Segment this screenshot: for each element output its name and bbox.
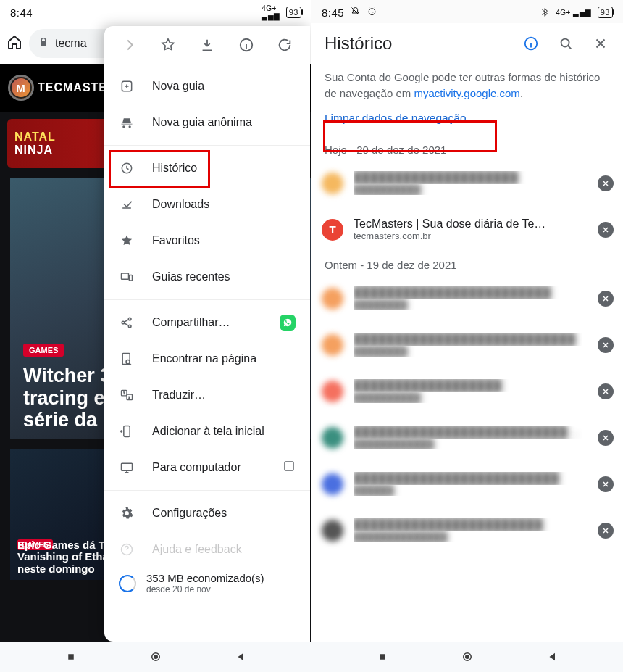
- signal-icon: 4G+▃▅▇: [262, 4, 280, 20]
- delete-entry-button[interactable]: [593, 425, 619, 451]
- recents-button[interactable]: [368, 648, 397, 665]
- svg-rect-17: [68, 654, 74, 660]
- alarm-icon: [367, 6, 377, 19]
- gear-icon: [119, 505, 135, 521]
- svg-rect-4: [122, 273, 129, 279]
- svg-rect-5: [129, 275, 132, 281]
- menu-recent-tabs[interactable]: Guias recentes: [104, 259, 310, 295]
- battery-icon: 93: [286, 7, 301, 18]
- bluetooth-icon: [540, 7, 550, 17]
- translate-icon: [119, 387, 135, 403]
- favicon: [322, 520, 343, 542]
- delete-entry-button[interactable]: [593, 332, 619, 358]
- svg-rect-13: [124, 426, 130, 437]
- reload-button[interactable]: [270, 30, 299, 59]
- favicon: [322, 381, 343, 402]
- menu-settings[interactable]: Configurações: [104, 495, 310, 531]
- favicon: [322, 173, 343, 194]
- history-date-today: Hoje - 20 de dez de 2021: [312, 138, 623, 160]
- star-icon: [119, 233, 135, 249]
- svg-point-25: [466, 655, 469, 659]
- page-title: Histórico: [319, 33, 392, 54]
- devices-icon: [119, 269, 135, 285]
- find-in-page-icon: [119, 351, 135, 367]
- favicon: [322, 288, 343, 310]
- url-text: tecma: [55, 37, 87, 50]
- status-bar: 8:45 4G+ ▃▅▇ 93: [312, 0, 623, 23]
- delete-entry-button[interactable]: [593, 286, 619, 312]
- checkbox-empty-icon: [283, 460, 296, 476]
- history-entry[interactable]: T TecMasters | Sua dose diária de Te…tec…: [312, 207, 623, 253]
- clear-browsing-data-link[interactable]: Limpar dados de navegação…: [325, 112, 477, 124]
- whatsapp-icon: [280, 315, 296, 331]
- menu-help[interactable]: Ajuda e feedback: [104, 531, 310, 568]
- menu-incognito[interactable]: Nova guia anônima: [104, 104, 310, 141]
- status-bar: 8:44 4G+▃▅▇ 93: [0, 0, 312, 23]
- back-button[interactable]: [538, 648, 567, 665]
- history-appbar: Histórico: [312, 23, 623, 64]
- delete-entry-button[interactable]: [593, 217, 619, 243]
- home-icon[interactable]: [6, 33, 23, 54]
- favicon: [322, 473, 343, 495]
- history-entry[interactable]: ████████████████████████████████: [312, 275, 623, 322]
- svg-rect-23: [380, 654, 385, 660]
- lock-icon: [38, 36, 49, 51]
- history-icon: [119, 160, 135, 176]
- menu-history[interactable]: Histórico: [104, 150, 310, 186]
- add-to-home-icon: [119, 423, 135, 439]
- delete-entry-button[interactable]: [593, 170, 619, 196]
- svg-rect-14: [122, 463, 133, 470]
- menu-downloads[interactable]: Downloads: [104, 186, 310, 223]
- status-time: 8:44: [10, 7, 33, 19]
- close-button[interactable]: [585, 28, 616, 59]
- menu-new-tab[interactable]: Nova guia: [104, 68, 310, 104]
- bookmark-star-button[interactable]: [154, 30, 183, 59]
- page-info-button[interactable]: [232, 30, 261, 59]
- svg-point-6: [122, 321, 125, 324]
- history-entry[interactable]: █████████████████████████████████████: [312, 507, 623, 554]
- desktop-icon: [119, 460, 135, 476]
- recents-button[interactable]: [57, 648, 85, 665]
- delete-entry-button[interactable]: [593, 378, 619, 405]
- menu-add-home[interactable]: Adicionar à tela inicial: [104, 413, 310, 449]
- forward-button[interactable]: [115, 30, 144, 59]
- status-time: 8:45: [322, 7, 344, 19]
- delete-entry-button[interactable]: [593, 471, 619, 497]
- info-button[interactable]: [516, 28, 546, 59]
- back-button[interactable]: [227, 648, 256, 665]
- favicon: [322, 427, 343, 449]
- android-nav-bar: [0, 642, 312, 672]
- menu-find[interactable]: Encontrar na página: [104, 341, 310, 377]
- chrome-overflow-menu: Nova guia Nova guia anônima Histórico Do…: [104, 26, 310, 642]
- home-button[interactable]: [453, 648, 482, 665]
- favicon: T: [322, 219, 343, 241]
- history-entry[interactable]: ██████████████████████████████: [312, 160, 623, 207]
- download-done-icon: [119, 196, 135, 212]
- svg-point-8: [128, 325, 131, 328]
- menu-translate[interactable]: Traduzir…: [104, 377, 310, 413]
- delete-entry-button[interactable]: [593, 518, 619, 544]
- history-entry[interactable]: ████████████████████████████████████████: [312, 415, 623, 461]
- history-entry[interactable]: ███████████████████████████████████: [312, 322, 623, 368]
- signal-icon: 4G+ ▃▅▇: [556, 9, 591, 17]
- myactivity-link[interactable]: myactivity.google.com: [414, 87, 519, 99]
- svg-point-19: [154, 655, 158, 659]
- svg-point-7: [128, 318, 131, 320]
- svg-point-22: [561, 39, 569, 47]
- menu-share[interactable]: Compartilhar…: [104, 304, 310, 341]
- menu-desktop-site[interactable]: Para computador: [104, 449, 310, 486]
- download-button[interactable]: [193, 30, 222, 59]
- search-button[interactable]: [551, 28, 581, 59]
- history-entry[interactable]: ███████████████████████████████: [312, 461, 623, 507]
- history-entry[interactable]: ████████████████████████████: [312, 368, 623, 415]
- menu-bookmarks[interactable]: Favoritos: [104, 223, 310, 259]
- home-button[interactable]: [141, 648, 170, 665]
- history-intro: Sua Conta do Google pode ter outras form…: [312, 64, 623, 112]
- android-nav-bar: [312, 642, 623, 672]
- battery-icon: 93: [598, 7, 613, 18]
- menu-data-saver[interactable]: 353 MB economizado(s)desde 20 de nov: [104, 568, 310, 602]
- category-tag: GAMES: [23, 344, 64, 357]
- data-saver-icon: [119, 575, 136, 592]
- favicon: [322, 334, 343, 356]
- dnd-icon: [350, 6, 361, 19]
